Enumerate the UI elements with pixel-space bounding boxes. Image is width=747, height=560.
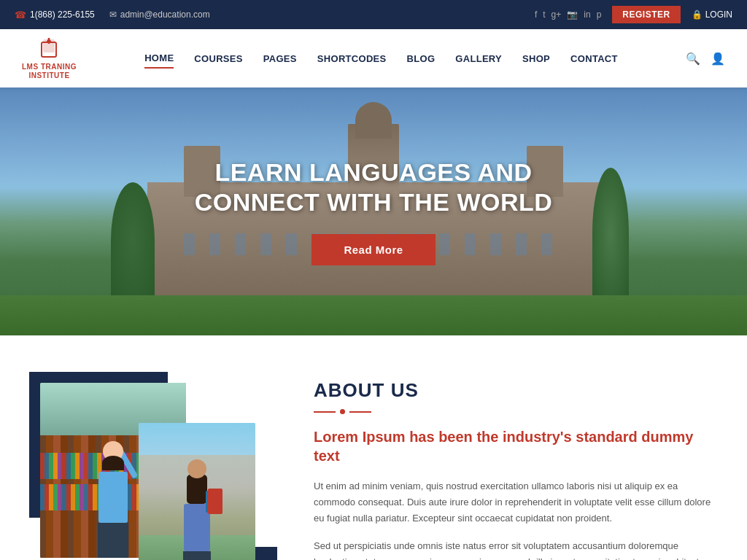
main-nav: HOME COURSES PAGES SHORTCODES BLOG GALLE…: [144, 49, 618, 69]
hero-ground: [0, 295, 747, 335]
about-subtitle: Lorem Ipsum has been the industry's stan…: [314, 427, 718, 465]
nav-action-icons: 🔍 👤: [686, 52, 725, 66]
hero-section: LEARN LANGUAGES AND CONNECT WITH THE WOR…: [0, 88, 747, 335]
about-images: [29, 372, 277, 560]
about-title: ABOUT US: [314, 379, 718, 402]
facebook-icon[interactable]: f: [535, 9, 537, 20]
logo-icon: [36, 36, 62, 63]
divider-line-right: [349, 411, 371, 413]
linkedin-icon[interactable]: in: [584, 9, 590, 20]
twitter-icon[interactable]: t: [543, 9, 545, 20]
divider-line-left: [314, 411, 336, 413]
email-address: admin@education.com: [120, 9, 210, 20]
lock-icon: 🔒: [692, 9, 703, 20]
about-paragraph-1: Ut enim ad minim veniam, quis nostrud ex…: [314, 478, 718, 526]
nav-courses[interactable]: COURSES: [194, 50, 242, 68]
nav-blog[interactable]: BLOG: [407, 50, 436, 68]
header: LMS TRANING INSTITUTE HOME COURSES PAGES…: [0, 29, 747, 88]
hero-content: LEARN LANGUAGES AND CONNECT WITH THE WOR…: [195, 158, 553, 266]
logo-text: LMS TRANING INSTITUTE: [22, 63, 77, 80]
nav-shop[interactable]: SHOP: [522, 50, 550, 68]
hero-title: LEARN LANGUAGES AND CONNECT WITH THE WOR…: [195, 158, 553, 217]
divider-dot: [340, 409, 345, 414]
about-paragraph-2: Sed ut perspiciatis unde omnis iste natu…: [314, 538, 718, 560]
user-icon: 👤: [711, 52, 725, 65]
nav-contact[interactable]: CONTACT: [570, 50, 618, 68]
hero-cta-button[interactable]: Read More: [311, 234, 435, 265]
pinterest-icon[interactable]: p: [597, 9, 602, 20]
nav-pages[interactable]: PAGES: [263, 50, 297, 68]
top-bar-right: f t g+ 📷 in p REGISTER 🔒 LOGIN: [535, 6, 732, 23]
search-icon-button[interactable]: 🔍: [686, 52, 700, 66]
nav-gallery[interactable]: GALLERY: [455, 50, 502, 68]
about-divider: [314, 409, 718, 414]
register-button[interactable]: REGISTER: [612, 6, 680, 23]
phone-number: 1(868) 225-6155: [30, 9, 95, 20]
nav-home[interactable]: HOME: [144, 49, 174, 69]
login-button[interactable]: 🔒 LOGIN: [692, 9, 732, 20]
phone-icon: ☎: [15, 9, 26, 20]
about-section: ABOUT US Lorem Ipsum has been the indust…: [0, 335, 747, 560]
top-bar: ☎ 1(868) 225-6155 ✉ admin@education.com …: [0, 0, 747, 29]
search-icon: 🔍: [686, 52, 700, 65]
nav-shortcodes[interactable]: SHORTCODES: [317, 50, 387, 68]
user-icon-button[interactable]: 👤: [711, 52, 725, 66]
top-bar-left: ☎ 1(868) 225-6155 ✉ admin@education.com: [15, 9, 210, 20]
mail-icon: ✉: [109, 9, 117, 20]
phone-info: ☎ 1(868) 225-6155: [15, 9, 95, 20]
instagram-icon[interactable]: 📷: [567, 9, 578, 20]
about-secondary-image: [139, 423, 255, 560]
logo[interactable]: LMS TRANING INSTITUTE: [22, 36, 77, 80]
googleplus-icon[interactable]: g+: [551, 9, 562, 20]
email-info: ✉ admin@education.com: [109, 9, 210, 20]
social-icons: f t g+ 📷 in p: [535, 9, 601, 20]
about-content: ABOUT US Lorem Ipsum has been the indust…: [314, 372, 718, 560]
login-label: LOGIN: [705, 9, 732, 20]
